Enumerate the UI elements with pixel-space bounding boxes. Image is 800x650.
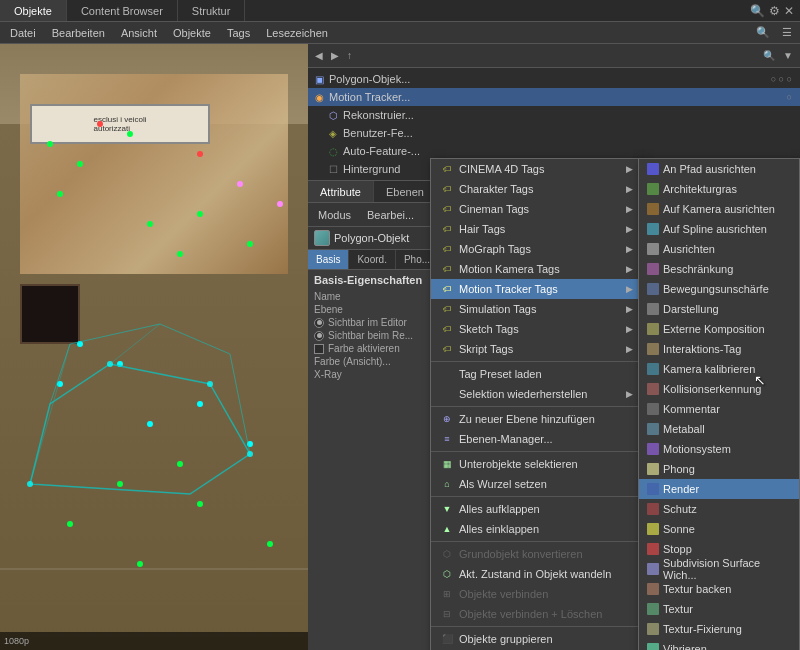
menu-wurzel[interactable]: ⌂ Als Wurzel setzen [431,474,641,494]
track-dot [77,161,83,167]
viewport[interactable]: esclusi i veicoliautorizzati [0,44,308,650]
menu-new-layer[interactable]: ⊕ Zu neuer Ebene hinzufügen [431,409,641,429]
tag-metaball[interactable]: Metaball [639,419,799,439]
tag-darstellung[interactable]: Darstellung [639,299,799,319]
menu-bearbeiten[interactable]: Bearbeiten [46,27,111,39]
nav-icon-2[interactable]: ▶ [328,50,342,61]
search-icon[interactable]: 🔍 [750,4,765,18]
menu-lesezeichen[interactable]: Lesezeichen [260,27,334,39]
menu-obj-verbinden[interactable]: ⊞ Objekte verbinden [431,584,641,604]
menu-unter-sel[interactable]: ▦ Unterobjekte selektieren [431,454,641,474]
tab-basis[interactable]: Basis [308,250,349,269]
tab-ebenen[interactable]: Ebenen [374,181,437,202]
tab-attribute[interactable]: Attribute [308,181,374,202]
modus-btn[interactable]: Modus [312,209,357,221]
track-dot-pink [237,181,243,187]
sep-4 [431,496,641,497]
tag-stopp[interactable]: Stopp [639,539,799,559]
tag-sonne[interactable]: Sonne [639,519,799,539]
tag-beschr[interactable]: Beschränkung [639,259,799,279]
menu-tag-preset[interactable]: Tag Preset laden [431,364,641,384]
tab-struktur[interactable]: Struktur [178,0,246,21]
tag-icon: 🏷 [439,241,455,257]
search-icon-obj[interactable]: 🔍 [760,50,778,61]
menu-skript-tags[interactable]: 🏷 Skript Tags ▶ [431,339,641,359]
menu-gruppieren[interactable]: ⬛ Objekte gruppieren [431,629,641,649]
tag-textur[interactable]: Textur [639,599,799,619]
menu-mograph-tags[interactable]: 🏷 MoGraph Tags ▶ [431,239,641,259]
filter-icon[interactable]: ▼ [780,50,796,61]
menu-sketch-tags[interactable]: 🏷 Sketch Tags ▶ [431,319,641,339]
rekon-icon: ⬡ [326,108,340,122]
tag-kamera-kalib[interactable]: Kamera kalibrieren [639,359,799,379]
protect-icon [647,503,659,515]
menu-einklappen[interactable]: ▲ Alles einklappen [431,519,641,539]
tag-indicator: ○ [787,92,792,102]
bearbei-btn[interactable]: Bearbei... [361,209,420,221]
tag-kamera[interactable]: Auf Kamera ausrichten [639,199,799,219]
menu-ebenen-manager[interactable]: ≡ Ebenen-Manager... [431,429,641,449]
menu-selektion[interactable]: Selektion wiederherstellen ▶ [431,384,641,404]
menu-charakter-tags[interactable]: 🏷 Charakter Tags ▶ [431,179,641,199]
tag-ausrichten[interactable]: Ausrichten [639,239,799,259]
tex-icon [647,603,659,615]
tag-textur-backen[interactable]: Textur backen [639,579,799,599]
menu-tags[interactable]: Tags [221,27,256,39]
tag-interaktion[interactable]: Interaktions-Tag [639,339,799,359]
tree-item-polygon[interactable]: ▣ Polygon-Objek... ○ ○ ○ [308,70,800,88]
tree-item-benutzer[interactable]: ◈ Benutzer-Fe... [308,124,800,142]
preset-icon [439,366,455,382]
tag-schutz[interactable]: Schutz [639,499,799,519]
menu-simulation-tags[interactable]: 🏷 Simulation Tags ▶ [431,299,641,319]
nav-icon-3[interactable]: ↑ [344,50,355,61]
display-icon [647,303,659,315]
menu-akt-zustand[interactable]: ⬡ Akt. Zustand in Objekt wandeln [431,564,641,584]
sep-5 [431,541,641,542]
context-menu[interactable]: 🏷 CINEMA 4D Tags ▶ 🏷 Charakter Tags ▶ 🏷 … [430,158,642,650]
menu-obj-verbinden-del[interactable]: ⊟ Objekte verbinden + Löschen [431,604,641,624]
menu-cineman-tags[interactable]: 🏷 Cineman Tags ▶ [431,199,641,219]
radio-sichtbar-render[interactable] [314,331,324,341]
menu-grundobj-konv[interactable]: ⬡ Grundobjekt konvertieren [431,544,641,564]
tag-arch[interactable]: Architekturgras [639,179,799,199]
menu-objekte[interactable]: Objekte [167,27,217,39]
tag-vibrieren[interactable]: Vibrieren [639,639,799,650]
tag-render[interactable]: Render [639,479,799,499]
motion-tracker-icon: ◉ [312,90,326,104]
bake-icon [647,583,659,595]
search-icon-panel[interactable]: 🔍 [752,26,774,39]
tag-subdiv[interactable]: Subdivision Surface Wich... [639,559,799,579]
tag-an-pfad[interactable]: An Pfad ausrichten [639,159,799,179]
tag-icon: 🏷 [439,261,455,277]
close-icon[interactable]: ✕ [784,4,794,18]
menu-datei[interactable]: Datei [4,27,42,39]
tag-spline[interactable]: Auf Spline ausrichten [639,219,799,239]
radio-sichtbar-editor[interactable] [314,318,324,328]
tab-objekte[interactable]: Objekte [0,0,67,21]
menu-cinema4d-tags[interactable]: 🏷 CINEMA 4D Tags ▶ [431,159,641,179]
tab-koord[interactable]: Koord. [349,250,395,269]
expand-icon: ▼ [439,501,455,517]
tag-textur-fix[interactable]: Textur-Fixierung [639,619,799,639]
menu-ansicht[interactable]: Ansicht [115,27,163,39]
menu-motion-tracker-tags[interactable]: 🏷 Motion Tracker Tags ▶ [431,279,641,299]
tags-submenu[interactable]: An Pfad ausrichten Architekturgras Auf K… [638,158,800,650]
tag-phong[interactable]: Phong [639,459,799,479]
tree-item-rekonstruier[interactable]: ⬡ Rekonstruier... [308,106,800,124]
config-icon[interactable]: ☰ [778,26,796,39]
menu-aufklappen[interactable]: ▼ Alles aufklappen [431,499,641,519]
nav-icon-1[interactable]: ◀ [312,50,326,61]
tab-content-browser[interactable]: Content Browser [67,0,178,21]
tag-extern[interactable]: Externe Komposition [639,319,799,339]
tag-kommentar[interactable]: Kommentar [639,399,799,419]
tag-motionsystem[interactable]: Motionsystem [639,439,799,459]
tag-kollision[interactable]: Kollisionserkennung [639,379,799,399]
checkbox-farbe[interactable] [314,344,324,354]
tag-bewegung[interactable]: Bewegungsunschärfe [639,279,799,299]
coll-icon [647,383,659,395]
tree-item-motion-tracker[interactable]: ◉ Motion Tracker... ○ [308,88,800,106]
settings-icon[interactable]: ⚙ [769,4,780,18]
arrow-icon: ▶ [626,324,633,334]
menu-hair-tags[interactable]: 🏷 Hair Tags ▶ [431,219,641,239]
menu-motion-kamera-tags[interactable]: 🏷 Motion Kamera Tags ▶ [431,259,641,279]
